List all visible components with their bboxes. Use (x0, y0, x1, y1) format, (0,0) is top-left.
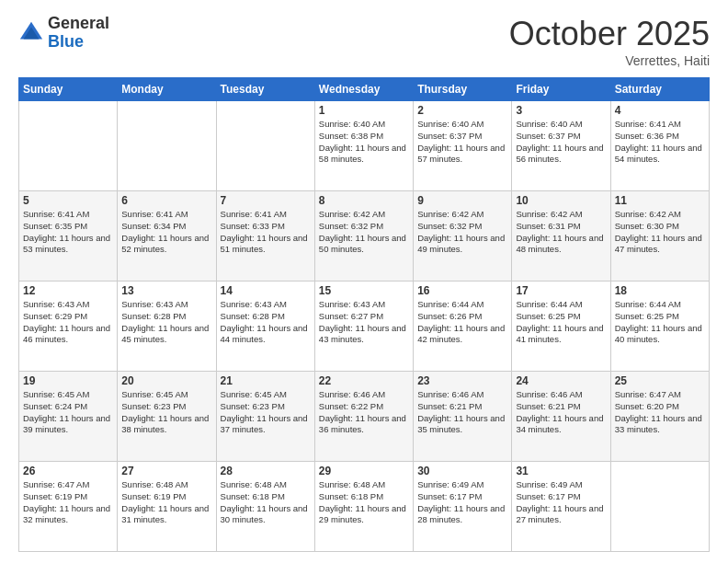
day-info: Sunrise: 6:43 AMSunset: 6:29 PMDaylight:… (23, 299, 110, 344)
calendar-cell (19, 101, 118, 191)
calendar-week-row: 19Sunrise: 6:45 AMSunset: 6:24 PMDayligh… (19, 372, 710, 462)
header: General Blue October 2025 Verrettes, Hai… (18, 15, 710, 68)
day-number: 27 (121, 465, 211, 477)
logo-icon (18, 20, 44, 46)
calendar-cell: 18Sunrise: 6:44 AMSunset: 6:25 PMDayligh… (610, 282, 709, 372)
day-info: Sunrise: 6:47 AMSunset: 6:19 PMDaylight:… (23, 479, 110, 524)
calendar-cell: 14Sunrise: 6:43 AMSunset: 6:28 PMDayligh… (216, 282, 314, 372)
day-info: Sunrise: 6:46 AMSunset: 6:21 PMDaylight:… (516, 389, 603, 434)
day-number: 22 (319, 374, 409, 387)
month-title: October 2025 (509, 15, 710, 53)
day-number: 21 (221, 374, 311, 387)
calendar-cell (610, 462, 709, 552)
calendar-cell: 30Sunrise: 6:49 AMSunset: 6:17 PMDayligh… (414, 462, 512, 552)
day-info: Sunrise: 6:41 AMSunset: 6:34 PMDaylight:… (121, 209, 209, 254)
header-saturday: Saturday (610, 78, 709, 101)
calendar-cell: 15Sunrise: 6:43 AMSunset: 6:27 PMDayligh… (314, 282, 413, 372)
day-number: 25 (615, 374, 705, 387)
day-info: Sunrise: 6:44 AMSunset: 6:25 PMDaylight:… (516, 299, 603, 344)
calendar-week-row: 26Sunrise: 6:47 AMSunset: 6:19 PMDayligh… (19, 462, 710, 552)
day-info: Sunrise: 6:41 AMSunset: 6:33 PMDaylight:… (221, 209, 308, 254)
calendar-week-row: 1Sunrise: 6:40 AMSunset: 6:38 PMDaylight… (19, 101, 710, 191)
day-info: Sunrise: 6:48 AMSunset: 6:18 PMDaylight:… (319, 479, 406, 524)
day-info: Sunrise: 6:49 AMSunset: 6:17 PMDaylight:… (516, 479, 603, 524)
day-number: 23 (417, 374, 507, 387)
calendar-cell: 25Sunrise: 6:47 AMSunset: 6:20 PMDayligh… (610, 372, 709, 462)
day-number: 18 (615, 284, 705, 297)
day-number: 4 (615, 104, 705, 117)
calendar-cell: 11Sunrise: 6:42 AMSunset: 6:30 PMDayligh… (610, 191, 709, 282)
day-info: Sunrise: 6:48 AMSunset: 6:18 PMDaylight:… (221, 479, 308, 524)
day-number: 11 (615, 194, 705, 207)
day-info: Sunrise: 6:41 AMSunset: 6:35 PMDaylight:… (23, 209, 110, 254)
day-info: Sunrise: 6:42 AMSunset: 6:31 PMDaylight:… (516, 209, 603, 254)
day-number: 2 (417, 104, 507, 117)
day-number: 30 (417, 465, 507, 477)
header-friday: Friday (512, 78, 610, 101)
day-info: Sunrise: 6:45 AMSunset: 6:23 PMDaylight:… (121, 389, 209, 434)
day-number: 9 (417, 194, 507, 207)
day-number: 1 (319, 104, 409, 117)
weekday-header-row: Sunday Monday Tuesday Wednesday Thursday… (19, 78, 710, 101)
day-info: Sunrise: 6:40 AMSunset: 6:37 PMDaylight:… (417, 119, 505, 164)
calendar-cell (216, 101, 314, 191)
calendar-cell: 10Sunrise: 6:42 AMSunset: 6:31 PMDayligh… (512, 191, 610, 282)
day-info: Sunrise: 6:46 AMSunset: 6:21 PMDaylight:… (417, 389, 505, 434)
day-info: Sunrise: 6:43 AMSunset: 6:27 PMDaylight:… (319, 299, 406, 344)
day-number: 10 (516, 194, 606, 207)
day-number: 26 (23, 465, 113, 477)
calendar-cell: 4Sunrise: 6:41 AMSunset: 6:36 PMDaylight… (610, 101, 709, 191)
calendar-cell: 23Sunrise: 6:46 AMSunset: 6:21 PMDayligh… (414, 372, 512, 462)
day-number: 12 (23, 284, 113, 297)
calendar-cell: 28Sunrise: 6:48 AMSunset: 6:18 PMDayligh… (216, 462, 314, 552)
calendar-cell: 24Sunrise: 6:46 AMSunset: 6:21 PMDayligh… (512, 372, 610, 462)
day-number: 5 (23, 194, 113, 207)
calendar-cell: 2Sunrise: 6:40 AMSunset: 6:37 PMDaylight… (414, 101, 512, 191)
calendar-cell: 26Sunrise: 6:47 AMSunset: 6:19 PMDayligh… (19, 462, 118, 552)
calendar-week-row: 5Sunrise: 6:41 AMSunset: 6:35 PMDaylight… (19, 191, 710, 282)
day-number: 19 (23, 374, 113, 387)
day-number: 29 (319, 465, 409, 477)
day-info: Sunrise: 6:43 AMSunset: 6:28 PMDaylight:… (121, 299, 209, 344)
day-info: Sunrise: 6:49 AMSunset: 6:17 PMDaylight:… (417, 479, 505, 524)
day-number: 28 (221, 465, 311, 477)
calendar-cell: 8Sunrise: 6:42 AMSunset: 6:32 PMDaylight… (314, 191, 413, 282)
header-tuesday: Tuesday (216, 78, 314, 101)
logo: General Blue (18, 15, 109, 52)
calendar-week-row: 12Sunrise: 6:43 AMSunset: 6:29 PMDayligh… (19, 282, 710, 372)
header-monday: Monday (118, 78, 216, 101)
day-number: 14 (221, 284, 311, 297)
calendar-cell: 7Sunrise: 6:41 AMSunset: 6:33 PMDaylight… (216, 191, 314, 282)
day-info: Sunrise: 6:42 AMSunset: 6:32 PMDaylight:… (417, 209, 505, 254)
calendar-cell: 6Sunrise: 6:41 AMSunset: 6:34 PMDaylight… (118, 191, 216, 282)
header-right: October 2025 Verrettes, Haiti (509, 15, 710, 68)
day-info: Sunrise: 6:45 AMSunset: 6:24 PMDaylight:… (23, 389, 110, 434)
header-wednesday: Wednesday (314, 78, 413, 101)
day-number: 3 (516, 104, 606, 117)
day-info: Sunrise: 6:46 AMSunset: 6:22 PMDaylight:… (319, 389, 406, 434)
day-number: 20 (121, 374, 211, 387)
day-info: Sunrise: 6:41 AMSunset: 6:36 PMDaylight:… (615, 119, 702, 164)
day-info: Sunrise: 6:45 AMSunset: 6:23 PMDaylight:… (221, 389, 308, 434)
calendar-cell: 13Sunrise: 6:43 AMSunset: 6:28 PMDayligh… (118, 282, 216, 372)
calendar-cell: 20Sunrise: 6:45 AMSunset: 6:23 PMDayligh… (118, 372, 216, 462)
calendar-table: Sunday Monday Tuesday Wednesday Thursday… (18, 77, 710, 552)
calendar-cell: 21Sunrise: 6:45 AMSunset: 6:23 PMDayligh… (216, 372, 314, 462)
day-info: Sunrise: 6:40 AMSunset: 6:37 PMDaylight:… (516, 119, 603, 164)
header-thursday: Thursday (414, 78, 512, 101)
day-info: Sunrise: 6:48 AMSunset: 6:19 PMDaylight:… (121, 479, 209, 524)
location: Verrettes, Haiti (509, 53, 710, 68)
calendar-cell: 19Sunrise: 6:45 AMSunset: 6:24 PMDayligh… (19, 372, 118, 462)
day-number: 17 (516, 284, 606, 297)
day-info: Sunrise: 6:42 AMSunset: 6:30 PMDaylight:… (615, 209, 702, 254)
calendar-cell: 12Sunrise: 6:43 AMSunset: 6:29 PMDayligh… (19, 282, 118, 372)
calendar-cell: 3Sunrise: 6:40 AMSunset: 6:37 PMDaylight… (512, 101, 610, 191)
day-number: 16 (417, 284, 507, 297)
page: General Blue October 2025 Verrettes, Hai… (0, 0, 728, 563)
logo-blue-text: Blue (48, 33, 109, 52)
calendar-cell: 5Sunrise: 6:41 AMSunset: 6:35 PMDaylight… (19, 191, 118, 282)
calendar-cell: 17Sunrise: 6:44 AMSunset: 6:25 PMDayligh… (512, 282, 610, 372)
calendar-cell (118, 101, 216, 191)
day-number: 13 (121, 284, 211, 297)
header-sunday: Sunday (19, 78, 118, 101)
